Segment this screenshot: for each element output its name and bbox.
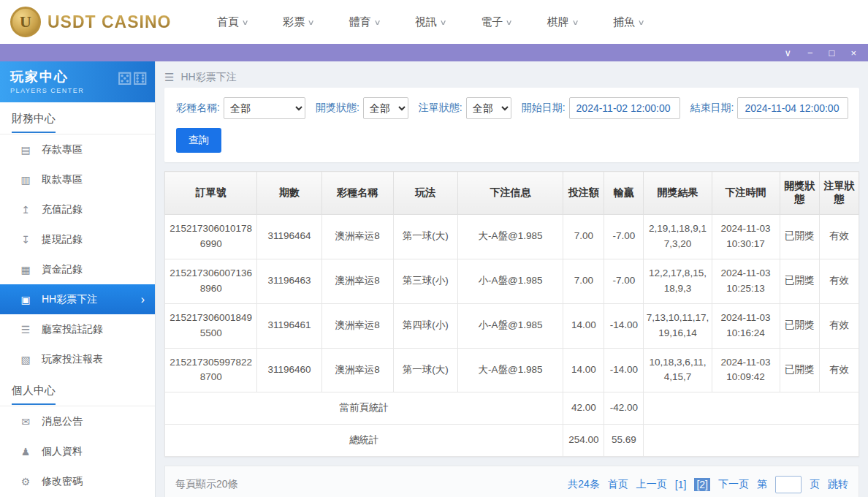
lottery-cell: 澳洲幸运8 [321, 259, 393, 303]
chevron-down-icon: ∨ [242, 18, 249, 26]
summary-amount: 254.00 [563, 425, 604, 457]
start-date-input[interactable] [569, 97, 680, 119]
nav-item-video[interactable]: 視訊 ∨ [415, 15, 446, 29]
filter-panel: 彩種名稱: 全部 開獎狀態: 全部 注單狀態: 全部 [164, 88, 859, 162]
order-no-cell: 2152173060101786990 [165, 215, 257, 259]
window-close-icon[interactable]: × [850, 48, 856, 58]
end-date-input[interactable] [737, 97, 848, 119]
page-jump-input[interactable] [775, 476, 802, 493]
nav-label: 彩票 [283, 15, 305, 29]
result-cell: 12,2,17,8,15,18,9,3 [644, 259, 712, 303]
players-center-header: 玩家中心 PLAYERS CENTER ⚄⚅ [0, 61, 155, 102]
col-lottery-name: 彩種名稱 [321, 172, 393, 215]
prev-page-link[interactable]: 上一页 [636, 478, 667, 491]
amount-cell: 7.00 [563, 259, 604, 303]
search-button[interactable]: 查詢 [176, 128, 221, 153]
col-bet-info: 下注信息 [457, 172, 563, 215]
summary-label: 總統計 [165, 425, 563, 457]
nav-item-sports[interactable]: 體育 ∨ [349, 15, 380, 29]
nav-item-slots[interactable]: 電子 ∨ [481, 15, 511, 29]
first-page-link[interactable]: 首页 [608, 478, 628, 491]
lottery-cell: 澳洲幸运8 [321, 303, 393, 348]
current-page-summary-row: 當前頁統計 42.00 -42.00 [165, 392, 859, 425]
table-header-row: 訂單號 期數 彩種名稱 玩法 下注信息 投注額 輸贏 開獎結果 下注時間 開獎狀… [165, 172, 859, 215]
bet-info-cell: 大-A盤@1.985 [457, 348, 563, 392]
sidebar-item-announcements[interactable]: ✉ 消息公告 [0, 406, 155, 436]
order-status-select[interactable]: 全部 [466, 97, 511, 119]
sidebar-item-label: 提現記錄 [42, 233, 83, 246]
lottery-name-label: 彩種名稱: [176, 102, 220, 115]
player-bet-report-icon: ▧ [19, 354, 32, 365]
nav-item-lottery[interactable]: 彩票 ∨ [283, 15, 313, 29]
page-link-2-current[interactable]: [2] [694, 478, 710, 491]
profile-icon: ♟ [19, 446, 32, 458]
next-page-link[interactable]: 下一页 [718, 478, 749, 491]
lottery-name-select[interactable]: 全部 [224, 97, 305, 119]
order-no-cell: 2152173060071368960 [165, 259, 257, 303]
col-order-status: 注單狀態 [819, 172, 859, 215]
sidebar-item-recharge-record[interactable]: ↥ 充值記錄 [0, 194, 155, 224]
main-nav: 首頁 ∨ 彩票 ∨ 體育 ∨ 視訊 ∨ 電子 ∨ 棋牌 ∨ 捕魚 ∨ [217, 15, 644, 29]
window-maximize-icon[interactable]: □ [829, 48, 835, 58]
sidebar-item-funds-record[interactable]: ▦ 資金記錄 [0, 254, 155, 284]
summary-winloss: -42.00 [604, 392, 644, 425]
announcement-icon: ✉ [19, 416, 32, 428]
chevron-down-icon: ∨ [638, 18, 645, 26]
result-cell: 10,18,3,6,11,4,15,7 [644, 348, 712, 392]
summary-empty [644, 425, 859, 457]
page-link-1[interactable]: [1] [675, 479, 687, 490]
sidebar-item-profile[interactable]: ♟ 個人資料 [0, 436, 155, 466]
lottery-cell: 澳洲幸运8 [321, 348, 393, 392]
winloss-cell: -7.00 [604, 259, 644, 303]
section-title-personal: 個人中心 [0, 374, 155, 406]
nav-label: 體育 [349, 15, 371, 29]
table-row: 2152173060018495500 31196461 澳洲幸运8 第四球(小… [165, 303, 859, 348]
end-date-label: 結束日期: [690, 102, 734, 115]
main-content: ☰ HH彩票下注 彩種名稱: 全部 開獎狀態: 全部 注單狀態: [156, 61, 868, 497]
nav-label: 首頁 [217, 15, 239, 29]
order-status-cell: 有效 [819, 259, 859, 303]
bet-info-cell: 大-A盤@1.985 [457, 215, 563, 259]
play-cell: 第四球(小) [393, 303, 457, 348]
menu-icon[interactable]: ☰ [164, 71, 174, 84]
nav-item-board-games[interactable]: 棋牌 ∨ [547, 15, 578, 29]
sidebar-item-hall-bet-record[interactable]: ☰ 廳室投註記錄 [0, 314, 155, 344]
nav-item-fishing[interactable]: 捕魚 ∨ [613, 15, 644, 29]
sidebar-item-label: 充值記錄 [42, 203, 83, 216]
sidebar-item-deposit[interactable]: ▤ 存款專區 [0, 134, 155, 164]
result-cell: 7,13,10,11,17,19,16,14 [644, 303, 712, 348]
col-period: 期數 [257, 172, 321, 215]
sidebar: 玩家中心 PLAYERS CENTER ⚄⚅ 財務中心 ▤ 存款專區 ▥ 取款專… [0, 61, 156, 497]
bet-records-table-card: 訂單號 期數 彩種名稱 玩法 下注信息 投注額 輸贏 開獎結果 下注時間 開獎狀… [164, 171, 859, 457]
sidebar-item-label: 個人資料 [42, 445, 83, 458]
usdt-coin-icon: U [10, 7, 41, 37]
draw-status-select[interactable]: 全部 [363, 97, 408, 119]
chevron-down-icon: ∨ [571, 18, 579, 26]
nav-item-home[interactable]: 首頁 ∨ [217, 15, 248, 29]
sidebar-item-withdrawal-record[interactable]: ↧ 提現記錄 [0, 224, 155, 254]
order-no-cell: 2152173060018495500 [165, 303, 257, 348]
sidebar-item-label: 存款專區 [42, 143, 83, 156]
col-bet-time: 下注時間 [712, 172, 780, 215]
chevron-down-icon: ∨ [506, 18, 513, 26]
play-cell: 第一球(大) [393, 215, 457, 259]
sidebar-item-hh-lottery-bet[interactable]: ▣ HH彩票下注 › [0, 284, 155, 314]
brand-name: USDT CASINO [47, 12, 171, 32]
sidebar-item-player-bet-report[interactable]: ▧ 玩家投注報表 [0, 344, 155, 374]
col-play: 玩法 [393, 172, 457, 215]
dice-icon: ⚄⚅ [117, 69, 148, 89]
jump-button[interactable]: 跳转 [828, 478, 848, 491]
page-title: HH彩票下注 [180, 71, 236, 84]
sidebar-item-change-password[interactable]: ⚙ 修改密碼 [0, 466, 155, 496]
window-minimize-icon[interactable]: − [807, 48, 813, 58]
page-size-text: 每頁顯示20條 [175, 478, 238, 491]
summary-amount: 42.00 [563, 392, 604, 425]
sidebar-item-label: 廳室投註記錄 [42, 323, 103, 336]
sidebar-item-withdraw[interactable]: ▥ 取款專區 [0, 164, 155, 194]
nav-label: 視訊 [415, 15, 437, 29]
brand-logo: U USDT CASINO [10, 7, 175, 37]
bet-info-cell: 小-A盤@1.985 [457, 303, 563, 348]
nav-label: 捕魚 [613, 15, 635, 29]
winloss-cell: -14.00 [604, 303, 644, 348]
window-restore-icon[interactable]: ∨ [784, 48, 791, 58]
